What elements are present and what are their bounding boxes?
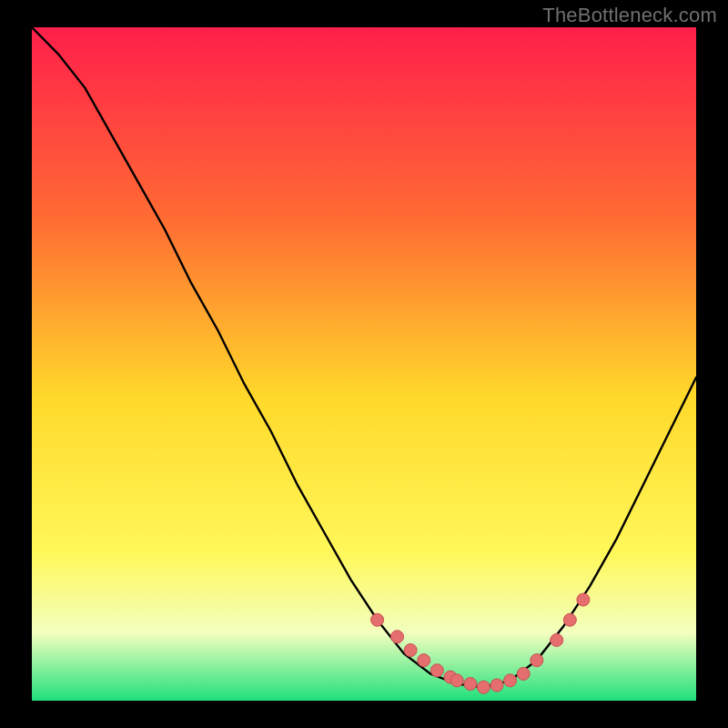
- marker-dot: [551, 633, 563, 646]
- marker-dot: [577, 593, 590, 606]
- marker-dot: [563, 613, 576, 626]
- marker-dot: [490, 679, 503, 692]
- marker-dot: [477, 681, 490, 693]
- chart-stage: TheBottleneck.com: [0, 0, 728, 728]
- marker-dot: [517, 667, 530, 680]
- marker-dot: [418, 654, 430, 667]
- marker-dot: [371, 613, 384, 626]
- marker-dot: [404, 644, 417, 657]
- marker-dot: [531, 654, 543, 667]
- marker-dot: [464, 678, 477, 691]
- marker-dot: [450, 674, 463, 687]
- marker-dot: [504, 674, 517, 687]
- marker-dot: [430, 664, 443, 677]
- attribution-label: TheBottleneck.com: [542, 4, 717, 27]
- plot-area: [32, 27, 696, 701]
- plot-svg: [32, 27, 696, 701]
- marker-dot: [391, 631, 404, 643]
